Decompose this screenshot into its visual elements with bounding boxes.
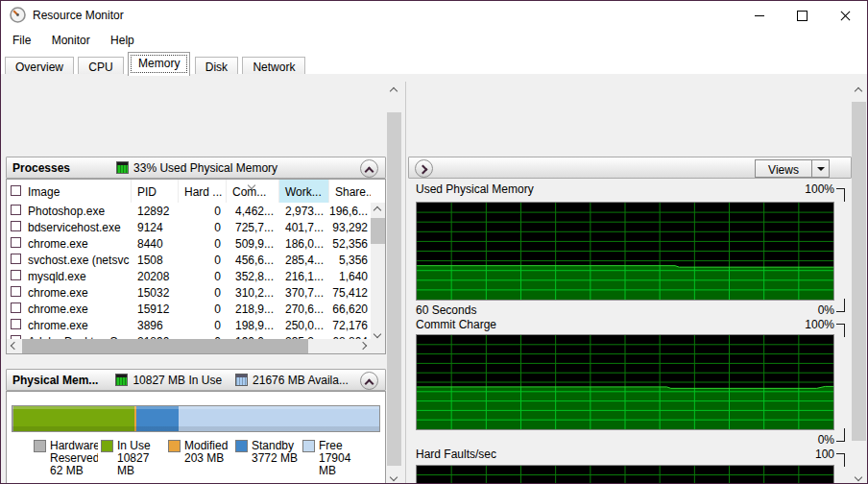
process-checkbox[interactable] (11, 221, 21, 231)
legend-label: Free 17904 MB (319, 440, 367, 477)
tab-network[interactable]: Network (242, 57, 305, 76)
column-header-commit[interactable]: Com... (227, 180, 279, 203)
scrollbar-thumb[interactable] (22, 339, 308, 353)
process-row[interactable]: chrome.exe159120218,9...270,6...66,620 (7, 301, 371, 317)
process-row[interactable]: mysqld.exe202080352,8...216,1...1,640 (7, 268, 371, 284)
legend-item: Standby 3772 MB (235, 440, 302, 477)
close-button[interactable] (824, 1, 867, 30)
process-checkbox[interactable] (11, 302, 21, 313)
graph-max-label: 100% (805, 318, 834, 332)
menu-monitor[interactable]: Monitor (43, 30, 99, 51)
views-button[interactable]: Views (755, 159, 830, 178)
tab-memory[interactable]: Memory (128, 52, 190, 76)
scroll-left-icon[interactable] (11, 342, 18, 350)
expand-graphs-button[interactable] (415, 159, 433, 178)
column-header-hard-faults[interactable]: Hard ... (179, 180, 227, 203)
process-checkbox[interactable] (11, 237, 21, 248)
minimize-button[interactable] (737, 1, 781, 30)
left-panel-scrollbar[interactable] (387, 84, 401, 484)
physical-memory-section-header[interactable]: Physical Mem... 10827 MB In Use 21676 MB… (6, 369, 386, 391)
processes-table-header: Image PID Hard ... Com... Work... Share.… (7, 180, 385, 204)
process-image-name: chrome.exe (28, 302, 130, 316)
process-working: 250,0... (279, 319, 324, 332)
process-row[interactable]: bdservicehost.exe91240725,7...401,7...93… (7, 219, 371, 235)
panel-divider (405, 82, 406, 483)
process-image-name: chrome.exe (28, 319, 130, 332)
tab-disk[interactable]: Disk (195, 57, 238, 76)
graph-commit-charge-plot (416, 334, 834, 430)
scroll-right-icon[interactable] (359, 342, 367, 350)
scale-bracket (836, 188, 845, 202)
process-working: 370,7... (279, 286, 324, 300)
scale-bracket (836, 453, 845, 467)
process-image-name: mysqld.exe (28, 270, 130, 283)
menu-help[interactable]: Help (102, 30, 143, 51)
legend-swatch (34, 440, 46, 452)
process-pid: 8440 (137, 237, 176, 251)
scrollbar-thumb[interactable] (371, 218, 385, 244)
scroll-down-icon[interactable] (390, 473, 398, 481)
right-panel-scrollbar[interactable] (852, 84, 866, 484)
process-image-name: chrome.exe (28, 286, 130, 300)
process-working: 186,0... (279, 237, 324, 251)
close-icon (840, 11, 851, 21)
process-working: 285,4... (279, 254, 324, 267)
column-header-working-set[interactable]: Work... (279, 180, 329, 203)
resource-monitor-gauge-icon (10, 7, 26, 23)
maximize-button[interactable] (781, 1, 824, 30)
column-header-pid[interactable]: PID (132, 180, 179, 203)
dropdown-arrow-icon (817, 167, 825, 171)
table-horizontal-scrollbar[interactable] (7, 339, 371, 353)
process-share: 52,356 (329, 237, 368, 251)
collapse-physical-memory-button[interactable] (360, 372, 378, 390)
graph-title: Commit Charge (416, 318, 496, 332)
graph-hard-faults-plot (416, 465, 834, 484)
column-header-image[interactable]: Image (7, 180, 132, 203)
process-checkbox[interactable] (11, 270, 21, 280)
legend-label: Standby 3772 MB (252, 440, 300, 477)
graph-title: Used Physical Memory (416, 182, 534, 197)
processes-title: Processes (7, 161, 76, 175)
scrollbar-thumb[interactable] (852, 102, 866, 441)
available-mini-graph-icon (235, 374, 248, 386)
process-checkbox[interactable] (11, 205, 21, 215)
views-dropdown-button[interactable] (811, 160, 829, 177)
select-all-checkbox[interactable] (11, 185, 21, 196)
titlebar: Resource Monitor (1, 1, 867, 30)
scrollbar-thumb[interactable] (387, 112, 401, 466)
column-header-shareable[interactable]: Share... (329, 180, 371, 203)
processes-table: Image PID Hard ... Com... Work... Share.… (6, 179, 386, 354)
process-commit: 456,6... (227, 254, 274, 267)
process-working: 401,7... (279, 221, 324, 234)
memory-composition-bar (12, 405, 380, 432)
graph-max-label: 100 (815, 448, 834, 462)
process-share: 93,292 (329, 221, 368, 234)
process-checkbox[interactable] (11, 254, 21, 264)
process-row[interactable]: Photoshop.exe1289204,462...2,973...196,6… (7, 203, 371, 219)
collapse-processes-button[interactable] (360, 159, 378, 178)
tab-cpu[interactable]: CPU (78, 57, 123, 76)
process-share: 5,356 (329, 254, 368, 267)
process-working: 270,6... (279, 302, 324, 316)
process-image-name: chrome.exe (28, 237, 130, 251)
process-pid: 15032 (137, 286, 176, 300)
scroll-down-icon[interactable] (855, 473, 862, 481)
process-hard: 0 (179, 221, 221, 234)
scroll-up-icon[interactable] (374, 206, 381, 214)
process-commit: 352,8... (227, 270, 274, 283)
graph-hard-faults-titlerow: Hard Faults/sec 100 (416, 448, 834, 462)
tab-overview[interactable]: Overview (5, 57, 74, 76)
process-row[interactable]: chrome.exe150320310,2...370,7...75,412 (7, 284, 371, 301)
process-row[interactable]: chrome.exe38960198,9...250,0...72,176 (7, 317, 371, 333)
process-checkbox[interactable] (11, 286, 21, 297)
processes-section-header[interactable]: Processes 33% Used Physical Memory (6, 157, 386, 179)
process-row[interactable]: chrome.exe84400509,9...186,0...52,356 (7, 235, 371, 252)
scroll-down-icon[interactable] (374, 330, 381, 338)
menu-file[interactable]: File (4, 30, 39, 51)
process-commit: 725,7... (227, 221, 274, 234)
scroll-up-icon[interactable] (390, 87, 398, 95)
scroll-up-icon[interactable] (855, 87, 862, 95)
process-row[interactable]: svchost.exe (netsvc...15080456,6...285,4… (7, 252, 371, 268)
process-checkbox[interactable] (11, 319, 21, 329)
table-vertical-scrollbar[interactable] (371, 203, 385, 341)
